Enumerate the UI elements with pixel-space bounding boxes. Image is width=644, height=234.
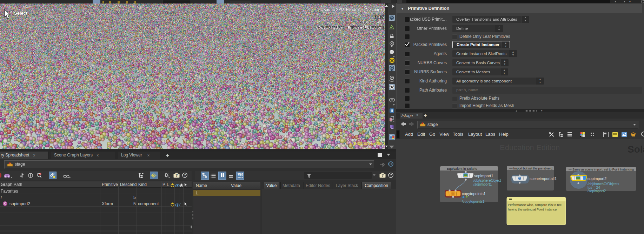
svg-text:/obj/sphereObject: /obj/sphereObject (473, 179, 501, 182)
svg-text:having the setting at Point In: having the setting at Point Instancer (508, 207, 558, 211)
svg-text:— Import but set the primitive: — Import but set the primitive d… (509, 166, 556, 170)
svg-text:?: ? (184, 173, 186, 177)
svg-text:— Equivalent in Solaris: — Equivalent in Solaris (443, 167, 477, 171)
svg-text:Performance wise, compare this: Performance wise, compare this to not (508, 203, 562, 207)
svg-text:?: ? (175, 174, 178, 178)
svg-text:/sopimport2: /sopimport2 (587, 189, 606, 193)
svg-text:TRS: TRS (238, 174, 243, 176)
svg-text:sceneimportall1: sceneimportall1 (530, 176, 557, 181)
svg-text:sopimport2: sopimport2 (587, 176, 606, 181)
svg-text:/sopimport1: /sopimport1 (473, 182, 492, 186)
svg-text:fps = 24: fps = 24 (587, 186, 600, 189)
svg-text:— Same as scene import, set to: — Same as scene import, set to Point Ins… (569, 168, 634, 171)
svg-text:/copytopoints1: /copytopoints1 (462, 200, 485, 203)
svg-text:?: ? (390, 173, 392, 177)
svg-text:?: ? (381, 174, 384, 178)
svg-text:sopimport1: sopimport1 (474, 174, 493, 178)
svg-text:copytopoints1: copytopoints1 (462, 192, 486, 196)
